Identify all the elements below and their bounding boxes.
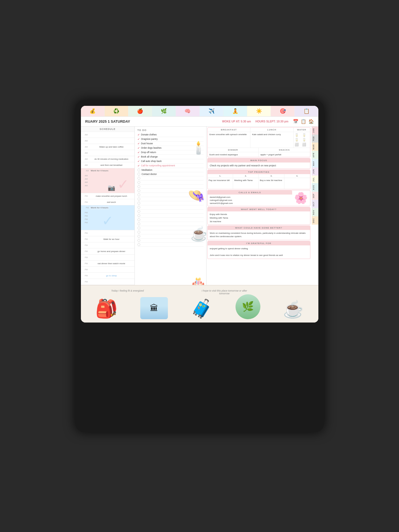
- priority-item-2: Meeting with Tama: [233, 178, 259, 189]
- month-tab-dec[interactable]: DEC: [312, 216, 318, 225]
- time-label: PM: [81, 274, 89, 277]
- time-label: PM: [81, 238, 89, 241]
- priority-numbers-row: 1. 2. 3. 4.: [208, 174, 310, 178]
- home-tab[interactable]: 🏠: [308, 119, 314, 124]
- circle-icon[interactable]: [138, 198, 140, 200]
- schedule-row: PM: [81, 267, 134, 273]
- nav-tab-9[interactable]: 🎯: [271, 106, 295, 116]
- month-tab-mar[interactable]: MAR: [312, 143, 318, 151]
- lunch-content: Kale salald and chicken curry: [250, 132, 293, 137]
- time-label: PM: [81, 232, 89, 235]
- dinner-content: Sushi and roosted asparagus: [208, 152, 259, 157]
- month-tab-may[interactable]: MAY: [312, 159, 318, 167]
- went-well-2: Meeting with Tama: [210, 216, 308, 220]
- work-4h-label: Work for 4 hours: [90, 169, 110, 172]
- nav-tab-7[interactable]: 🧘: [223, 106, 247, 116]
- could-better-header: WHAT COULD HAVE GONE BETTER?: [208, 226, 310, 230]
- circle-icon[interactable]: [138, 227, 140, 229]
- month-tab-oct[interactable]: OCT: [312, 200, 318, 208]
- time-label: PM: [81, 221, 89, 224]
- nav-tab-8[interactable]: ☀️: [247, 106, 271, 116]
- circle-icon[interactable]: [138, 193, 140, 196]
- nav-tab-4[interactable]: 🌿: [152, 106, 176, 116]
- time-label: AM: [81, 164, 89, 167]
- circle-icon[interactable]: [138, 177, 140, 180]
- schedule-content: [89, 257, 134, 258]
- calendar-icon[interactable]: 📅: [293, 119, 298, 124]
- circle-icon[interactable]: [138, 214, 140, 217]
- circle-icon[interactable]: [138, 173, 140, 175]
- time-label: AM: [81, 151, 89, 154]
- month-tab-feb[interactable]: FEB: [312, 135, 318, 143]
- candles-decoration: 🕯️: [191, 140, 206, 155]
- circle-icon[interactable]: [138, 222, 140, 225]
- todo-item-19: [138, 209, 204, 214]
- circle-icon[interactable]: [138, 189, 140, 192]
- opera-house-image: 🏛: [140, 297, 168, 319]
- lunch-task: eat lunch: [89, 200, 134, 204]
- schedule-row: PM eat dinner then watch movie: [81, 261, 134, 267]
- work-block-header: AM Work for 4 hours: [81, 168, 134, 173]
- slept-time: 10:30 pm: [276, 120, 288, 123]
- circle-icon[interactable]: [138, 185, 140, 188]
- nav-tab-10[interactable]: 📋: [295, 106, 318, 116]
- month-tab-apr[interactable]: APR: [312, 151, 318, 159]
- top-nav: 💰 ♻️ 🍎 🌿 🧠 ✈️ 🧘 ☀️ 🎯 📋: [81, 106, 318, 117]
- todo-item-20: [138, 214, 204, 218]
- todo-label: Call for rustproofing appointment: [141, 164, 175, 167]
- circle-icon[interactable]: [138, 235, 140, 238]
- time-label: AM: [81, 184, 89, 187]
- call-item-2: rodrego01@gmail.com: [210, 199, 290, 202]
- circle-icon[interactable]: [138, 231, 140, 234]
- tablet-frame: 💰 ♻️ 🍎 🌿 🧠 ✈️ 🧘 ☀️ 🎯 📋 RUARY 2025 1 SATU…: [75, 100, 324, 432]
- schedule-content: [89, 140, 134, 141]
- list-icon[interactable]: 📋: [301, 119, 306, 124]
- calls-list: CALLS & EMAILS daniel18@gmail.com rodreg…: [208, 190, 292, 206]
- circle-icon[interactable]: [138, 169, 140, 171]
- todo-item-12: [138, 180, 204, 185]
- breakfast-cell: BREAKFAST Green smoothie with spinach om…: [208, 128, 251, 148]
- circle-icon[interactable]: [138, 239, 140, 242]
- month-tab-nov[interactable]: NOV: [312, 208, 318, 216]
- circle-icon[interactable]: [138, 210, 140, 213]
- priority-num-4: 4.: [284, 174, 310, 178]
- time-label: PM: [81, 256, 89, 259]
- priority-item-1: Pay car insurance bill: [208, 178, 233, 189]
- calls-content: daniel18@gmail.com rodrego01@gmail.com s…: [208, 195, 292, 206]
- nav-tab-5[interactable]: 🧠: [176, 106, 200, 116]
- month-tab-jan[interactable]: JAN: [312, 127, 318, 135]
- glass-4: 🥛: [302, 138, 309, 142]
- calls-section: CALLS & EMAILS daniel18@gmail.com rodreg…: [207, 190, 310, 206]
- month-tab-jul[interactable]: JUL: [312, 175, 318, 183]
- time-label: PM: [82, 206, 90, 209]
- nav-tab-3[interactable]: 🍎: [128, 106, 152, 116]
- calls-decoration: 🌸: [292, 190, 310, 206]
- circle-icon[interactable]: [138, 202, 140, 205]
- todo-label: Order dogs leashes: [141, 146, 162, 149]
- nav-tab-2[interactable]: ♻️: [105, 106, 128, 116]
- todo-label: Contact doctor: [142, 173, 157, 175]
- month-tab-aug[interactable]: AUG: [312, 183, 318, 192]
- breakfast-task: and then eat breakfast: [89, 163, 134, 167]
- big-check-icon: ✓: [117, 176, 129, 192]
- luggage-image: 🧳: [191, 298, 213, 319]
- time-label: PM: [81, 218, 89, 221]
- circle-icon[interactable]: [138, 181, 140, 184]
- circle-icon[interactable]: [138, 243, 140, 246]
- main-focus-text: Check my projects with my partner and re…: [210, 164, 276, 167]
- dinner-cell: DINNER Sushi and roosted asparagus: [208, 148, 259, 157]
- month-tab-jun[interactable]: JUN: [312, 167, 318, 175]
- nav-tab-6[interactable]: ✈️: [200, 106, 223, 116]
- circle-icon[interactable]: [138, 206, 140, 209]
- schedule-row: PM: [81, 230, 134, 236]
- time-label: AM: [81, 158, 89, 161]
- main-focus-content: Check my projects with my partner and re…: [208, 163, 310, 169]
- breakfast-header: BREAKFAST: [208, 128, 250, 132]
- time-label: AM: [81, 177, 89, 180]
- todo-label: Donate clothes: [141, 133, 157, 136]
- nav-tab-1[interactable]: 💰: [81, 106, 105, 116]
- went-well-content: Enjoy with friends Meeting with Tama 3d …: [208, 211, 310, 224]
- todo-item-18: [138, 205, 204, 209]
- circle-icon[interactable]: [138, 218, 140, 221]
- month-tab-sep[interactable]: SEP: [312, 192, 318, 200]
